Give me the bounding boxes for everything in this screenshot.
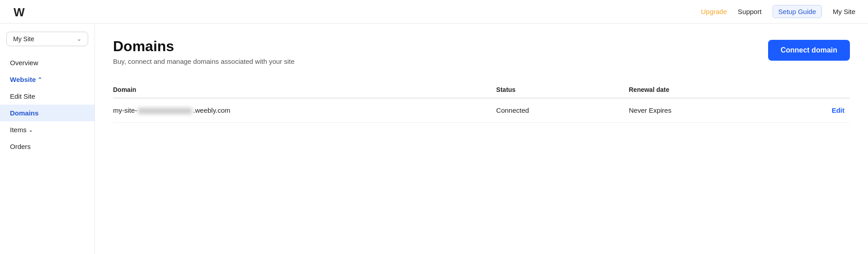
domains-table: Domain Status Renewal date my-site-.weeb… xyxy=(113,81,850,123)
sidebar-item-items[interactable]: Items ⌄ xyxy=(0,121,94,138)
support-link[interactable]: Support xyxy=(738,8,762,15)
sidebar-item-edit-site[interactable]: Edit Site xyxy=(0,88,94,105)
table-row: my-site-.weebly.comConnectedNever Expire… xyxy=(113,98,850,123)
sidebar: My Site ⌄ Overview Website ⌃ Edit Site D… xyxy=(0,24,95,254)
col-header-action xyxy=(776,81,850,98)
items-label: Items xyxy=(10,126,27,134)
chevron-up-icon: ⌃ xyxy=(38,77,42,83)
col-header-status: Status xyxy=(496,81,629,98)
chevron-down-icon: ⌄ xyxy=(77,36,81,42)
domain-suffix: .weebly.com xyxy=(193,106,230,114)
site-name: My Site xyxy=(13,35,34,43)
title-area: Domains Buy, connect and manage domains … xyxy=(113,38,295,65)
domain-cell: my-site-.weebly.com xyxy=(113,98,496,123)
svg-text:W: W xyxy=(14,5,25,19)
sidebar-item-orders[interactable]: Orders xyxy=(0,138,94,155)
upgrade-link[interactable]: Upgrade xyxy=(701,8,727,15)
topnav-links: Upgrade Support Setup Guide My Site xyxy=(701,5,855,18)
site-selector[interactable]: My Site ⌄ xyxy=(6,32,88,46)
connect-domain-button[interactable]: Connect domain xyxy=(768,40,850,61)
col-header-renewal: Renewal date xyxy=(629,81,776,98)
setup-guide-link[interactable]: Setup Guide xyxy=(773,5,822,18)
top-navigation: W Upgrade Support Setup Guide My Site xyxy=(0,0,868,24)
my-site-link[interactable]: My Site xyxy=(833,8,855,15)
chevron-down-icon: ⌄ xyxy=(28,127,33,133)
layout: My Site ⌄ Overview Website ⌃ Edit Site D… xyxy=(0,24,868,254)
page-title: Domains xyxy=(113,38,295,55)
sidebar-item-domains[interactable]: Domains xyxy=(0,105,94,121)
domain-prefix: my-site- xyxy=(113,106,137,114)
domain-blurred-segment xyxy=(138,108,192,114)
logo[interactable]: W xyxy=(13,5,27,19)
action-cell: Edit xyxy=(776,98,850,123)
status-cell: Connected xyxy=(496,98,629,123)
edit-link[interactable]: Edit xyxy=(832,106,844,114)
page-subtitle: Buy, connect and manage domains associat… xyxy=(113,58,295,65)
website-section-label: Website xyxy=(10,76,36,83)
renewal-cell: Never Expires xyxy=(629,98,776,123)
main-content: Domains Buy, connect and manage domains … xyxy=(95,24,868,254)
col-header-domain: Domain xyxy=(113,81,496,98)
sidebar-item-overview[interactable]: Overview xyxy=(0,54,94,71)
main-header: Domains Buy, connect and manage domains … xyxy=(113,38,850,65)
sidebar-section-website[interactable]: Website ⌃ xyxy=(0,71,94,88)
